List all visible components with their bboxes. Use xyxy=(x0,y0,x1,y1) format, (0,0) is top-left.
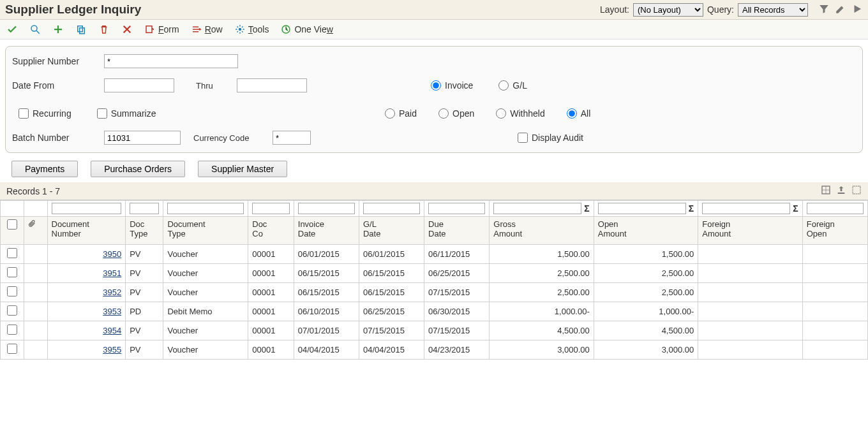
funnel-icon[interactable] xyxy=(818,3,830,17)
sum-icon[interactable]: Σ xyxy=(793,203,798,214)
cell-doc-type: Voucher xyxy=(163,321,248,340)
currency-code-input[interactable] xyxy=(273,131,311,145)
form-menu[interactable]: Form xyxy=(144,24,179,35)
customize-grid-icon[interactable] xyxy=(821,185,831,197)
row-menu[interactable]: Row xyxy=(191,24,223,35)
col-gl-date[interactable]: G/LDate xyxy=(359,217,424,245)
batch-number-input[interactable] xyxy=(104,131,181,145)
row-checkbox[interactable] xyxy=(7,248,17,258)
row-checkbox[interactable] xyxy=(7,286,17,296)
cell-open-amt: 1,500.00 xyxy=(594,245,698,264)
radio-paid[interactable] xyxy=(385,108,395,119)
filter-foreign-open[interactable] xyxy=(807,203,864,214)
select-all-checkbox[interactable] xyxy=(7,219,17,230)
radio-open[interactable] xyxy=(438,108,449,119)
radio-withheld[interactable] xyxy=(496,108,506,119)
row-checkbox[interactable] xyxy=(7,267,17,277)
table-row[interactable]: 3953PDDebit Memo0000106/10/201506/25/201… xyxy=(1,302,868,321)
col-foreign[interactable]: ForeignAmount xyxy=(698,217,802,245)
cell-foreign-open xyxy=(802,264,867,283)
radio-gl-label: G/L xyxy=(513,80,527,91)
table-row[interactable]: 3951PVVoucher0000106/15/201506/15/201506… xyxy=(1,264,868,283)
tools-menu[interactable]: Tools xyxy=(234,24,269,35)
date-from-input[interactable] xyxy=(104,78,174,92)
oneview-menu[interactable]: One View xyxy=(280,24,333,35)
col-due-date[interactable]: DueDate xyxy=(424,217,490,245)
search-icon[interactable] xyxy=(29,24,41,35)
supplier-master-button[interactable]: Supplier Master xyxy=(198,161,287,177)
purchase-orders-button[interactable]: Purchase Orders xyxy=(91,161,185,177)
row-checkbox[interactable] xyxy=(7,325,17,335)
row-checkbox[interactable] xyxy=(7,344,17,354)
query-select[interactable]: All Records xyxy=(738,3,808,17)
cell-foreign-open xyxy=(802,283,867,302)
sum-icon[interactable]: Σ xyxy=(689,203,694,214)
supplier-number-input[interactable] xyxy=(104,54,238,68)
check-summarize[interactable] xyxy=(97,108,107,119)
cell-doc-type: Debit Memo xyxy=(163,302,248,321)
cell-doc-type: Voucher xyxy=(163,264,248,283)
doc-number-link[interactable]: 3951 xyxy=(52,268,122,278)
pencil-icon[interactable] xyxy=(835,3,846,17)
table-row[interactable]: 3950PVVoucher0000106/01/201506/01/201506… xyxy=(1,245,868,264)
filter-due-date[interactable] xyxy=(428,203,485,214)
cell-doc-co: 00001 xyxy=(248,340,294,360)
cell-gl-date: 06/15/2015 xyxy=(359,264,424,283)
cell-gl-date: 04/04/2015 xyxy=(359,340,424,360)
row-checkbox[interactable] xyxy=(7,305,17,316)
sum-icon[interactable]: Σ xyxy=(584,203,589,214)
currency-code-label: Currency Code xyxy=(193,133,264,143)
filter-doc-type[interactable] xyxy=(167,203,244,214)
delete-icon[interactable] xyxy=(98,24,110,35)
table-row[interactable]: 3955PVVoucher0000104/04/201504/04/201504… xyxy=(1,340,868,360)
table-row[interactable]: 3952PVVoucher0000106/15/201506/15/201507… xyxy=(1,283,868,302)
doc-number-link[interactable]: 3955 xyxy=(52,345,122,354)
payments-button[interactable]: Payments xyxy=(11,161,78,177)
col-doc-typ[interactable]: DocType xyxy=(126,217,163,245)
col-doc-number[interactable]: DocumentNumber xyxy=(47,217,126,245)
doc-number-link[interactable]: 3950 xyxy=(52,249,122,259)
filter-gl-date[interactable] xyxy=(363,203,420,214)
copy-icon[interactable] xyxy=(75,24,87,35)
filter-foreign[interactable] xyxy=(702,203,790,214)
table-row[interactable]: 3954PVVoucher0000107/01/201507/15/201507… xyxy=(1,321,868,340)
filter-invoice-date[interactable] xyxy=(298,203,355,214)
add-icon[interactable] xyxy=(52,24,64,35)
svg-rect-4 xyxy=(146,26,152,33)
doc-number-link[interactable]: 3952 xyxy=(52,288,122,297)
filter-doc-number[interactable] xyxy=(52,203,122,214)
radio-gl[interactable] xyxy=(498,80,509,91)
cell-doc-typ: PV xyxy=(126,321,163,340)
play-icon[interactable] xyxy=(851,3,863,17)
close-icon[interactable] xyxy=(121,24,133,35)
cell-foreign-open xyxy=(802,245,867,264)
export-icon[interactable] xyxy=(836,185,846,197)
col-doc-co[interactable]: DocCo xyxy=(248,217,294,245)
col-invoice-date[interactable]: InvoiceDate xyxy=(294,217,359,245)
withheld-label: Withheld xyxy=(510,108,544,119)
maximize-icon[interactable] xyxy=(851,185,862,197)
check-recurring[interactable] xyxy=(19,108,29,119)
radio-all[interactable] xyxy=(567,108,577,119)
cell-foreign xyxy=(698,302,802,321)
radio-invoice-label: Invoice xyxy=(445,80,473,91)
radio-invoice[interactable] xyxy=(431,80,441,91)
filter-open[interactable] xyxy=(598,203,686,214)
filter-doc-co[interactable] xyxy=(252,203,290,214)
cell-invoice-date: 04/04/2015 xyxy=(294,340,359,360)
col-open-amt[interactable]: OpenAmount xyxy=(594,217,698,245)
filter-doc-typ[interactable] xyxy=(130,203,159,214)
check-display-audit[interactable] xyxy=(518,133,528,143)
col-foreign-open[interactable]: ForeignOpen xyxy=(802,217,867,245)
doc-number-link[interactable]: 3954 xyxy=(52,326,122,335)
col-doc-type[interactable]: DocumentType xyxy=(163,217,248,245)
layout-select[interactable]: (No Layout) xyxy=(633,3,703,17)
col-gross[interactable]: GrossAmount xyxy=(490,217,594,245)
query-label: Query: xyxy=(707,4,734,15)
ok-icon[interactable] xyxy=(6,24,18,35)
attachment-icon[interactable] xyxy=(28,221,37,230)
date-thru-input[interactable] xyxy=(237,78,307,92)
filter-gross[interactable] xyxy=(493,203,581,214)
doc-number-link[interactable]: 3953 xyxy=(52,307,122,316)
cell-gross: 3,000.00 xyxy=(490,340,594,360)
